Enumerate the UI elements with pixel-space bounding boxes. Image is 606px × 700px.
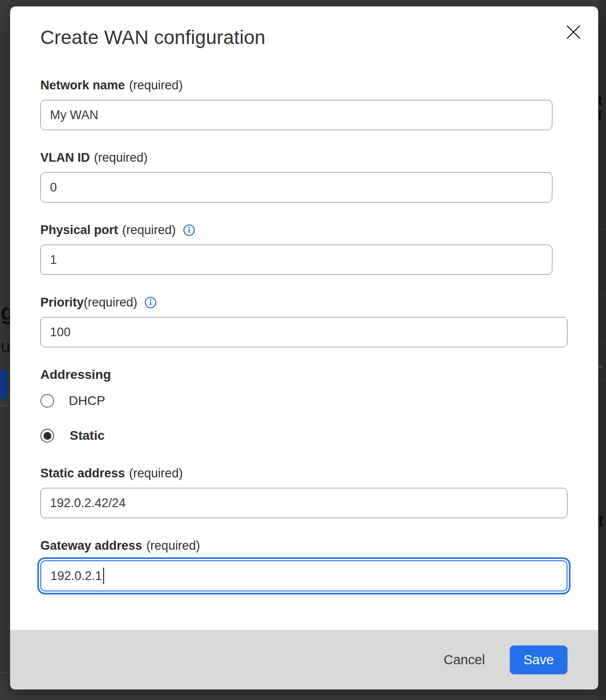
required-hint: (required) (146, 537, 200, 554)
screen: g u t l t Create WAN configuration Netwo… (0, 0, 606, 700)
background-button-fragment (0, 370, 8, 399)
radio-unselected-icon[interactable] (40, 394, 54, 408)
required-hint: (required) (94, 149, 148, 166)
network-name-label: Network name (40, 77, 125, 93)
background-row-divider (597, 229, 606, 230)
gateway-address-label: Gateway address (40, 537, 142, 554)
background-divider (0, 673, 10, 673)
addressing-heading: Addressing (40, 366, 598, 383)
network-name-field: Network name (required) (40, 77, 598, 130)
dialog-footer: Cancel Save (10, 630, 598, 689)
save-button[interactable]: Save (510, 645, 567, 674)
info-icon[interactable] (183, 224, 195, 236)
background-row-divider (597, 264, 606, 264)
gateway-address-input[interactable]: 192.0.2.1 (40, 560, 567, 591)
background-dash-fragment (599, 366, 603, 367)
radio-selected-icon[interactable] (40, 429, 54, 443)
static-address-field: Static address (required) (40, 465, 598, 518)
close-icon (565, 24, 582, 40)
background-row-divider (597, 294, 606, 295)
vlan-id-label: VLAN ID (40, 149, 90, 166)
static-address-input[interactable] (40, 488, 567, 518)
create-wan-dialog: Create WAN configuration Network name (r… (10, 6, 598, 689)
radio-option-dhcp[interactable]: DHCP (40, 394, 598, 408)
required-hint: (required) (122, 222, 176, 238)
priority-field: Priority (required) (40, 294, 598, 347)
radio-option-static[interactable]: Static (40, 428, 598, 443)
background-row-divider (597, 380, 606, 381)
text-cursor (103, 568, 104, 584)
background-text-fragment: u (1, 337, 10, 356)
wan-form: Network name (required) VLAN ID (require… (10, 77, 598, 591)
priority-label: Priority (40, 294, 84, 311)
background-text-fragment: t l (598, 93, 606, 124)
physical-port-label: Physical port (40, 222, 118, 238)
network-name-input[interactable] (40, 100, 552, 130)
background-row-divider (597, 342, 606, 342)
required-hint: (required) (84, 294, 138, 311)
gateway-address-value: 192.0.2.1 (50, 569, 102, 583)
vlan-id-input[interactable] (40, 172, 552, 202)
gateway-address-field: Gateway address (required) 192.0.2.1 (40, 537, 598, 591)
static-address-label: Static address (40, 465, 125, 481)
close-button[interactable] (563, 22, 584, 42)
static-option-label: Static (70, 428, 105, 443)
physical-port-input[interactable] (40, 245, 552, 275)
dialog-title: Create WAN configuration (40, 27, 598, 49)
vlan-id-field: VLAN ID (required) (40, 149, 598, 202)
required-hint: (required) (129, 77, 183, 93)
background-text-fragment: t (598, 511, 604, 530)
cancel-button[interactable]: Cancel (444, 652, 485, 667)
priority-input[interactable] (40, 317, 567, 347)
physical-port-field: Physical port (required) (40, 222, 598, 275)
info-icon[interactable] (144, 296, 157, 309)
required-hint: (required) (129, 465, 183, 481)
background-divider (0, 405, 10, 406)
dhcp-option-label: DHCP (69, 394, 105, 408)
